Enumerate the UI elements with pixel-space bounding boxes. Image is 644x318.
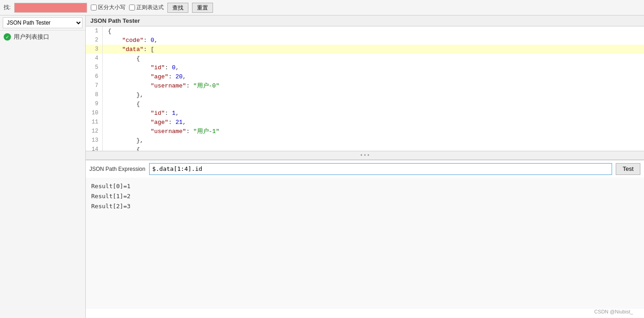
- line-number: 2: [86, 36, 102, 45]
- result-line: Result[0]=1: [91, 181, 639, 191]
- top-search-bar: 找: 区分大小写 正则表达式 查找 重置: [0, 0, 644, 15]
- reset-button[interactable]: 重置: [192, 3, 213, 13]
- line-number: 1: [86, 26, 102, 36]
- code-area[interactable]: 1{2 "code": 0,3 "data": [4 {5 "id": 0,6 …: [86, 26, 644, 151]
- jsonpath-input[interactable]: [149, 163, 612, 175]
- watermark: CSDN @Niubist_: [86, 307, 639, 316]
- sidebar-dropdown-container: JSON Path Tester: [0, 15, 85, 31]
- line-content: "age": 20,: [102, 72, 644, 81]
- line-content: },: [102, 136, 644, 145]
- line-content: "id": 0,: [102, 63, 644, 72]
- line-content: {: [102, 54, 644, 63]
- find-button[interactable]: 查找: [167, 3, 188, 13]
- line-number: 8: [86, 90, 102, 99]
- line-number: 14: [86, 145, 102, 151]
- jsonpath-bar: JSON Path Expression Test: [86, 160, 644, 178]
- line-number: 9: [86, 99, 102, 108]
- line-content: "username": "用户-1": [102, 127, 644, 136]
- line-number: 4: [86, 54, 102, 63]
- line-content: "id": 1,: [102, 108, 644, 118]
- line-number: 6: [86, 72, 102, 81]
- sidebar: JSON Path Tester ✓ 用户列表接口: [0, 15, 86, 318]
- case-sensitive-checkbox-label[interactable]: 区分大小写: [91, 4, 125, 11]
- case-sensitive-label: 区分大小写: [98, 4, 125, 11]
- sidebar-select[interactable]: JSON Path Tester: [3, 17, 83, 28]
- line-content: },: [102, 90, 644, 99]
- panel-header: JSON Path Tester: [86, 15, 644, 26]
- line-content: "data": [: [102, 45, 644, 54]
- search-label: 找:: [4, 4, 10, 11]
- line-content: "age": 21,: [102, 118, 644, 127]
- line-content: "code": 0,: [102, 36, 644, 45]
- line-content: {: [102, 26, 644, 36]
- line-content: {: [102, 99, 644, 108]
- line-number: 12: [86, 127, 102, 136]
- results-area: Result[0]=1Result[1]=2Result[2]=3: [86, 178, 644, 309]
- regex-checkbox[interactable]: [129, 5, 135, 10]
- sidebar-item-label: 用户列表接口: [14, 33, 49, 41]
- shield-icon: ✓: [4, 33, 11, 41]
- line-number: 13: [86, 136, 102, 145]
- result-line: Result[1]=2: [91, 191, 639, 201]
- sidebar-item-users[interactable]: ✓ 用户列表接口: [0, 31, 85, 43]
- search-input[interactable]: [14, 3, 87, 13]
- line-number: 3: [86, 45, 102, 54]
- line-number: 11: [86, 118, 102, 127]
- panel-title: JSON Path Tester: [90, 17, 140, 24]
- main-layout: JSON Path Tester ✓ 用户列表接口 JSON Path Test…: [0, 15, 644, 318]
- test-button[interactable]: Test: [616, 163, 640, 175]
- right-panel: JSON Path Tester 1{2 "code": 0,3 "data":…: [86, 15, 644, 318]
- line-number: 10: [86, 108, 102, 118]
- regex-label: 正则表达式: [136, 4, 164, 11]
- line-content: {: [102, 145, 644, 151]
- line-number: 5: [86, 63, 102, 72]
- code-table: 1{2 "code": 0,3 "data": [4 {5 "id": 0,6 …: [86, 26, 644, 151]
- case-sensitive-checkbox[interactable]: [91, 5, 97, 10]
- horizontal-splitter[interactable]: • • •: [86, 151, 644, 160]
- result-line: Result[2]=3: [91, 201, 639, 211]
- line-number: 7: [86, 81, 102, 90]
- jsonpath-label: JSON Path Expression: [89, 166, 145, 172]
- regex-checkbox-label[interactable]: 正则表达式: [129, 4, 164, 11]
- line-content: "username": "用户-0": [102, 81, 644, 90]
